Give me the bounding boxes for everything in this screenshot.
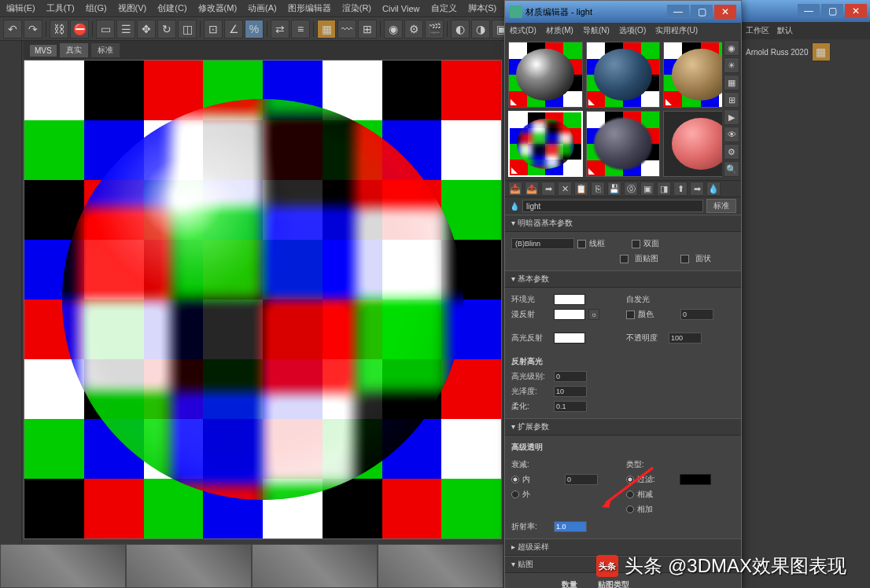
mat-menu-mode[interactable]: 模式(D) xyxy=(510,25,536,36)
rotate-icon[interactable]: ↻ xyxy=(157,20,176,39)
layer-icon[interactable]: ▦ xyxy=(317,20,336,39)
put-library-icon[interactable]: 💾 xyxy=(607,182,621,196)
select-name-icon[interactable]: ☰ xyxy=(116,20,135,39)
mirror-icon[interactable]: ⇄ xyxy=(271,20,289,39)
material-editor-icon[interactable]: ◉ xyxy=(384,20,403,39)
panel-close-icon[interactable]: ✕ xyxy=(845,4,867,18)
menu-view[interactable]: 视图(V) xyxy=(118,2,147,14)
redo-icon[interactable]: ↷ xyxy=(24,20,42,39)
rollout-shader-basic[interactable]: 明暗器基本参数 xyxy=(505,215,741,232)
put-to-scene-icon[interactable]: 📤 xyxy=(525,182,539,196)
get-material-icon[interactable]: 📥 xyxy=(508,182,522,196)
rollout-basic-params[interactable]: 基本参数 xyxy=(505,270,741,288)
sample-type-icon[interactable]: ◉ xyxy=(724,40,739,56)
viewport-tab-real[interactable]: 真实 xyxy=(60,43,88,57)
effects-icon[interactable]: ⓪ xyxy=(624,182,638,196)
menu-edit[interactable]: 编辑(E) xyxy=(6,2,35,14)
mat-menu-nav[interactable]: 导航(N) xyxy=(583,25,610,36)
twosided-checkbox[interactable] xyxy=(632,240,640,248)
opacity-spinner[interactable]: 100 xyxy=(669,333,702,344)
rollout-extended[interactable]: 扩展参数 xyxy=(505,418,741,435)
video-check-icon[interactable]: ▶ xyxy=(724,109,739,125)
viewport-label[interactable]: MVS xyxy=(30,45,57,57)
menu-modifiers[interactable]: 修改器(M) xyxy=(198,2,238,14)
reset-icon[interactable]: ✕ xyxy=(558,182,572,196)
self-illum-spinner[interactable]: 0 xyxy=(680,309,713,320)
rp-icon[interactable]: ▦ xyxy=(812,42,831,61)
wire-checkbox[interactable] xyxy=(577,240,586,248)
uv-tile-icon[interactable]: ⊞ xyxy=(724,92,739,108)
menu-animation[interactable]: 动画(A) xyxy=(248,2,277,14)
menu-tools[interactable]: 工具(T) xyxy=(46,2,75,14)
type-add-radio[interactable] xyxy=(626,505,634,513)
menu-group[interactable]: 组(G) xyxy=(86,2,107,14)
menu-script[interactable]: 脚本(S) xyxy=(468,2,497,14)
ior-spinner[interactable]: 1.0 xyxy=(554,521,587,532)
assign-icon[interactable]: ➡ xyxy=(541,182,555,196)
render-icon[interactable]: 🎬 xyxy=(425,20,444,39)
menu-graph[interactable]: 图形编辑器 xyxy=(288,2,331,14)
link-icon[interactable]: ⛓ xyxy=(50,20,68,39)
panel-min-icon[interactable]: — xyxy=(798,4,820,18)
falloff-in-radio[interactable] xyxy=(511,476,519,483)
close-button[interactable]: ✕ xyxy=(714,5,736,19)
undo-icon[interactable]: ↶ xyxy=(3,20,22,39)
color-checkbox[interactable] xyxy=(626,311,635,319)
spec-level-spinner[interactable]: 0 xyxy=(554,371,587,382)
rp-tab-default[interactable]: 默认 xyxy=(777,25,793,36)
pick-material-icon[interactable]: 💧 xyxy=(510,202,519,211)
preview-icon[interactable]: 👁 xyxy=(724,127,739,142)
menu-render[interactable]: 渲染(R) xyxy=(342,2,371,14)
scale-icon[interactable]: ◫ xyxy=(178,20,197,39)
material-slot-5[interactable] xyxy=(586,111,661,177)
pick-icon[interactable]: 💧 xyxy=(706,182,721,196)
snap-icon[interactable]: ⊡ xyxy=(204,20,223,39)
falloff-out-radio[interactable] xyxy=(511,491,519,498)
unlink-icon[interactable]: ⛔ xyxy=(70,20,89,39)
tool-b-icon[interactable]: ◑ xyxy=(471,20,490,39)
material-slot-1[interactable] xyxy=(508,42,583,108)
angle-snap-icon[interactable]: ∠ xyxy=(224,20,243,39)
menu-create[interactable]: 创建(C) xyxy=(157,2,186,14)
show-end-icon[interactable]: ◨ xyxy=(657,182,671,196)
percent-snap-icon[interactable]: % xyxy=(245,20,264,39)
type-filter-radio[interactable] xyxy=(626,476,634,483)
material-editor-titlebar[interactable]: 材质编辑器 - light — ▢ ✕ xyxy=(505,1,741,23)
type-sub-radio[interactable] xyxy=(626,491,634,498)
move-icon[interactable]: ✥ xyxy=(137,20,156,39)
nav-parent-icon[interactable]: ⬆ xyxy=(673,182,688,196)
menu-civil[interactable]: Civil View xyxy=(382,4,419,13)
facemap-checkbox[interactable] xyxy=(620,255,629,263)
ambient-swatch[interactable] xyxy=(554,294,585,305)
copy-icon[interactable]: 📋 xyxy=(574,182,588,196)
faceted-checkbox[interactable] xyxy=(680,255,689,263)
material-slot-4[interactable] xyxy=(508,111,583,177)
material-slot-2[interactable] xyxy=(586,42,661,108)
viewport-tab-standard[interactable]: 标准 xyxy=(91,43,120,57)
falloff-amt[interactable]: 0 xyxy=(565,474,598,485)
maximize-button[interactable]: ▢ xyxy=(691,5,713,19)
curve-editor-icon[interactable]: 〰 xyxy=(337,20,356,39)
align-icon[interactable]: ≡ xyxy=(291,20,310,39)
render-viewport[interactable] xyxy=(24,60,502,539)
show-map-icon[interactable]: ▣ xyxy=(640,182,654,196)
background-icon[interactable]: ▦ xyxy=(724,75,739,90)
diffuse-map-icon[interactable]: ▫ xyxy=(588,309,599,320)
glossiness-spinner[interactable]: 10 xyxy=(554,386,587,397)
select-icon[interactable]: ▭ xyxy=(96,20,115,39)
diffuse-swatch[interactable] xyxy=(554,309,585,320)
tool-a-icon[interactable]: ◐ xyxy=(451,20,470,39)
nav-forward-icon[interactable]: ➡ xyxy=(690,182,704,196)
material-type-button[interactable]: 标准 xyxy=(706,199,736,213)
panel-max-icon[interactable]: ▢ xyxy=(821,4,843,18)
options-icon[interactable]: ⚙ xyxy=(724,144,739,160)
specular-swatch[interactable] xyxy=(554,333,585,344)
minimize-button[interactable]: — xyxy=(667,5,689,19)
make-unique-icon[interactable]: ⎘ xyxy=(591,182,605,196)
material-name-input[interactable] xyxy=(522,200,703,212)
soften-spinner[interactable]: 0.1 xyxy=(554,401,587,412)
mat-menu-options[interactable]: 选项(O) xyxy=(619,25,646,36)
shader-dropdown[interactable]: (B)Blinn xyxy=(511,238,574,249)
mat-menu-util[interactable]: 实用程序(U) xyxy=(655,25,698,36)
filter-swatch[interactable] xyxy=(680,474,711,485)
